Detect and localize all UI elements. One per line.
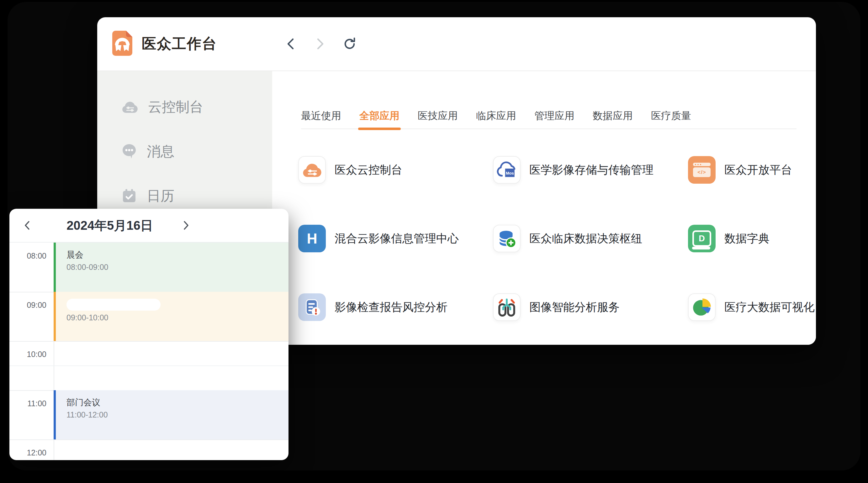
open-platform-code-icon: </> <box>688 156 716 184</box>
hour-line-1200 <box>9 440 288 440</box>
tab-recent[interactable]: 最近使用 <box>301 109 341 129</box>
app-image-ai-analysis[interactable]: 图像智能分析服务 <box>493 293 688 321</box>
app-label: 混合云影像信息管理中心 <box>335 231 459 246</box>
cloud-storage-icon: Mos <box>493 156 521 184</box>
app-label: 医众临床数据决策枢纽 <box>529 231 642 246</box>
window-title: 医众工作台 <box>142 34 217 54</box>
calendar-grid: 08:00 09:00 10:00 11:00 12:00 晨会 08:00-0… <box>9 243 288 460</box>
calendar-panel: 2024年5月16日 08:00 09:00 10:00 11:00 12:00… <box>9 209 288 460</box>
tab-quality[interactable]: 医疗质量 <box>651 109 691 129</box>
cloud-settings-icon <box>298 156 326 184</box>
app-grid: 医众云控制台 Mos 医学影像存储与传输管理 <box>298 156 815 321</box>
tab-clinical-apps[interactable]: 临床应用 <box>476 109 516 129</box>
event-time: 09:00-10:00 <box>66 313 288 323</box>
app-label: 数据字典 <box>724 231 770 246</box>
pie-chart-icon <box>688 293 716 321</box>
app-label: 医众云控制台 <box>335 162 402 178</box>
app-label: 医疗大数据可视化 <box>724 300 815 315</box>
message-icon <box>122 143 137 159</box>
refresh-button[interactable] <box>342 36 357 52</box>
app-image-storage[interactable]: Mos 医学影像存储与传输管理 <box>493 156 688 184</box>
clinical-database-icon <box>493 225 521 252</box>
time-label-1000: 10:00 <box>9 350 46 359</box>
dictionary-book-icon: D <box>688 225 716 252</box>
report-risk-icon <box>298 293 326 321</box>
forward-button[interactable] <box>313 36 328 52</box>
app-bigdata-visualization[interactable]: 医疗大数据可视化 <box>688 293 815 321</box>
sidebar-item-label: 日历 <box>147 187 174 205</box>
event-department-meeting[interactable]: 部门会议 11:00-12:00 <box>54 390 288 440</box>
app-logo-icon <box>112 31 132 57</box>
back-button[interactable] <box>283 36 298 52</box>
app-clinical-data-hub[interactable]: 医众临床数据决策枢纽 <box>493 225 688 252</box>
event-time: 08:00-09:00 <box>66 262 288 272</box>
sidebar-item-label: 云控制台 <box>148 98 203 116</box>
app-data-dictionary[interactable]: D 数据字典 <box>688 225 815 252</box>
time-label-1100: 11:00 <box>9 399 46 408</box>
tab-all-apps[interactable]: 全部应用 <box>360 109 400 129</box>
event-time: 11:00-12:00 <box>66 410 288 420</box>
titlebar: 医众工作台 <box>97 17 816 71</box>
event-morning-meeting[interactable]: 晨会 08:00-09:00 <box>54 243 288 292</box>
time-label-1200: 12:00 <box>9 448 46 457</box>
tab-medtech-apps[interactable]: 医技应用 <box>418 109 458 129</box>
app-cloud-console[interactable]: 医众云控制台 <box>298 156 493 184</box>
tab-data-apps[interactable]: 数据应用 <box>593 109 633 129</box>
app-label: 医众开放平台 <box>724 162 792 178</box>
nav-controls <box>283 17 357 70</box>
sidebar-item-cloud-console[interactable]: 云控制台 <box>97 97 272 116</box>
cloud-console-icon <box>122 100 138 114</box>
redacted-title-pill <box>66 299 160 311</box>
half-hour-line-1030 <box>9 365 288 366</box>
letter-h-icon: H <box>298 225 326 252</box>
app-label: 医学影像存储与传输管理 <box>529 162 653 178</box>
app-open-platform[interactable]: </> 医众开放平台 <box>688 156 815 184</box>
hour-line-1000 <box>9 341 288 342</box>
app-hybrid-cloud-imaging[interactable]: H 混合云影像信息管理中心 <box>298 225 493 252</box>
content-area: 最近使用 全部应用 医技应用 临床应用 管理应用 数据应用 医疗质量 <box>272 71 816 345</box>
event-title: 部门会议 <box>66 397 288 408</box>
app-report-risk-analysis[interactable]: 影像检查报告风控分析 <box>298 293 493 321</box>
event-redacted[interactable]: 09:00-10:00 <box>54 292 288 341</box>
sidebar-item-messages[interactable]: 消息 <box>97 142 272 161</box>
sidebar-item-label: 消息 <box>147 142 174 161</box>
calendar-header: 2024年5月16日 <box>9 209 288 243</box>
calendar-next-button[interactable] <box>179 219 193 232</box>
time-label-0900: 09:00 <box>9 300 46 310</box>
event-title: 晨会 <box>66 250 288 260</box>
time-label-0800: 08:00 <box>9 251 46 260</box>
tab-admin-apps[interactable]: 管理应用 <box>534 109 575 129</box>
tab-bar: 最近使用 全部应用 医技应用 临床应用 管理应用 数据应用 医疗质量 <box>301 109 797 129</box>
svg-text:Mos: Mos <box>506 171 514 175</box>
sidebar-item-calendar[interactable]: 日历 <box>97 187 272 205</box>
lungs-analysis-icon <box>493 293 521 321</box>
calendar-icon <box>122 188 137 203</box>
app-label: 图像智能分析服务 <box>529 300 620 315</box>
app-label: 影像检查报告风控分析 <box>335 300 447 315</box>
